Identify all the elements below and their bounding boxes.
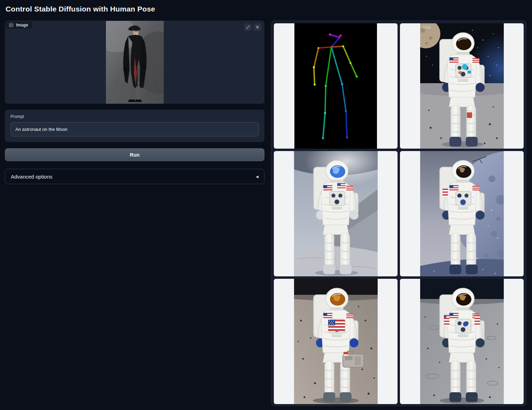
clear-image-button[interactable] [254,23,261,31]
astronaut-image-1: OVII [420,23,504,149]
image-icon [9,23,14,27]
close-icon [255,25,260,29]
openpose-skeleton-image [294,23,377,149]
gallery-item-pose-skeleton[interactable] [274,23,398,149]
main-layout: Image [5,21,526,406]
controls-column: Image [5,21,264,184]
gallery-item-astronaut-4[interactable] [274,279,398,404]
prompt-panel: Prompt [5,110,264,142]
prompt-label: Prompt [10,114,259,119]
run-button[interactable]: Run [5,148,264,161]
gallery-item-astronaut-1[interactable]: OVII [400,23,524,149]
edit-image-button[interactable] [244,23,252,31]
gallery-item-astronaut-2[interactable] [274,151,398,276]
input-image-man-in-overcoat [106,21,164,104]
input-image-preview[interactable] [5,21,264,104]
image-input-panel: Image [5,21,264,104]
pencil-icon [246,25,250,29]
astronaut-image-3 [420,151,504,276]
gallery-item-astronaut-5[interactable] [400,279,524,404]
astronaut-image-4 [294,279,378,404]
accordion-collapse-icon: ◀ [256,175,259,179]
advanced-options-accordion[interactable]: Advanced options ◀ [5,169,264,184]
prompt-input[interactable] [10,122,259,136]
app-root: Control Stable Diffusion with Human Pose… [0,0,532,410]
image-actions [244,23,261,31]
advanced-options-label: Advanced options [11,174,52,180]
image-input-label: Image [6,21,33,30]
output-gallery: OVII [271,21,526,406]
astronaut-image-2 [294,151,378,276]
page-title: Control Stable Diffusion with Human Pose [5,5,526,13]
gallery-item-astronaut-3[interactable] [400,151,524,276]
artifact-text: OVII [423,25,431,30]
astronaut-image-5 [420,279,504,404]
image-input-label-text: Image [16,23,28,27]
